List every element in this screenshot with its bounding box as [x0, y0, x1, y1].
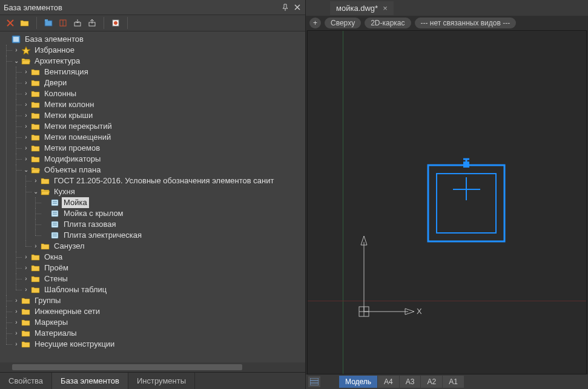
- svg-rect-22: [428, 165, 504, 241]
- pin-icon[interactable]: [281, 3, 289, 11]
- tree-sink[interactable]: Мойка: [41, 197, 305, 208]
- view-top-pill[interactable]: Сверху: [325, 18, 361, 28]
- tree-item[interactable]: Мойка с крылом: [41, 208, 305, 219]
- panel-bottom-tabs: Свойства База элементов Инструменты: [0, 372, 305, 389]
- tree-item[interactable]: ›Метки колонн: [22, 99, 305, 110]
- tool-grid-blue-icon[interactable]: [43, 18, 54, 28]
- scrollbar-thumb[interactable]: [12, 364, 242, 370]
- close-panel-icon[interactable]: [293, 3, 302, 11]
- view-add-button[interactable]: +: [309, 18, 321, 28]
- svg-text:Y: Y: [361, 233, 366, 235]
- svg-rect-29: [310, 378, 319, 385]
- tree-item[interactable]: ›Маркеры: [12, 317, 305, 328]
- svg-rect-5: [45, 21, 52, 26]
- panel-toolbar: [0, 15, 305, 31]
- tab-tools[interactable]: Инструменты: [128, 373, 195, 389]
- canvas-tab-a3[interactable]: А3: [400, 376, 421, 388]
- tree-item[interactable]: ›Шаблоны таблиц: [22, 284, 305, 295]
- document-tab-label: мойка.dwg*: [336, 4, 378, 13]
- tree-selected-label: Мойка: [62, 197, 89, 208]
- tool-folder-icon[interactable]: [19, 18, 30, 28]
- canvas-tab-a2[interactable]: А2: [421, 376, 442, 388]
- tree-kitchen[interactable]: ⌄Кухня: [31, 186, 305, 197]
- tree-item[interactable]: ›Стены: [22, 273, 305, 284]
- tree-item[interactable]: ›Проём: [22, 263, 305, 273]
- tree-item[interactable]: ›Вентиляция: [22, 67, 305, 77]
- canvas-tab-a1[interactable]: А1: [443, 376, 464, 388]
- tool-import-icon[interactable]: [72, 18, 83, 28]
- panel-title: База элементов: [4, 3, 62, 12]
- tree-item[interactable]: ›Группы: [12, 295, 305, 306]
- tree-item[interactable]: Плита электрическая: [41, 230, 305, 241]
- layout-grid-icon[interactable]: [308, 376, 320, 387]
- tree-item[interactable]: ›Инженерные сети: [12, 306, 305, 317]
- canvas-tab-a4[interactable]: А4: [378, 376, 399, 388]
- tree-item[interactable]: ›Двери: [22, 77, 305, 88]
- ucs-icon: Y X: [355, 233, 421, 330]
- tree-item[interactable]: ›Модификаторы: [22, 154, 305, 165]
- tree-plan-objects[interactable]: ⌄Объекты плана: [22, 165, 305, 175]
- document-tab[interactable]: мойка.dwg* ×: [330, 1, 394, 15]
- sink-drawing[interactable]: [426, 157, 510, 247]
- view-linked-pill[interactable]: --- нет связанных видов ---: [415, 18, 517, 28]
- tab-elements-db[interactable]: База элементов: [52, 373, 128, 389]
- view-controls: + Сверху 2D-каркас --- нет связанных вид…: [306, 16, 588, 30]
- tab-properties[interactable]: Свойства: [0, 373, 52, 389]
- tree-item[interactable]: ›ГОСТ 21.205-2016. Условные обозначения …: [31, 175, 305, 186]
- tree-item[interactable]: ›Метки перекрытий: [22, 121, 305, 132]
- elements-panel: База элементов База элемент: [0, 0, 306, 389]
- close-tab-icon[interactable]: ×: [383, 4, 388, 13]
- tree-container[interactable]: База элементов › Избранное ⌄: [0, 31, 305, 362]
- horizontal-scrollbar[interactable]: [0, 362, 305, 372]
- svg-point-12: [114, 21, 117, 25]
- tree-architecture[interactable]: ⌄ Архитектура: [12, 56, 305, 67]
- tree-item[interactable]: ›Метки помещений: [22, 132, 305, 143]
- canvas-tab-model[interactable]: Модель: [339, 376, 377, 388]
- axis-y-line: [343, 31, 343, 374]
- tree-item[interactable]: Плита газовая: [41, 219, 305, 230]
- tool-refresh-icon[interactable]: [110, 18, 121, 28]
- canvas-bottom-tabs: Модель А4 А3 А2 А1: [306, 374, 588, 389]
- tree-root-label: База элементов: [23, 34, 85, 45]
- tree-item[interactable]: ›Материалы: [12, 328, 305, 339]
- view-wireframe-pill[interactable]: 2D-каркас: [365, 18, 411, 28]
- tool-delete-icon[interactable]: [5, 18, 16, 28]
- document-tabs: мойка.dwg* ×: [306, 0, 588, 16]
- svg-rect-28: [463, 162, 469, 168]
- svg-rect-6: [45, 19, 48, 21]
- tree-item[interactable]: ›Несущие конструкции: [12, 339, 305, 350]
- tree-item[interactable]: ›Окна: [22, 252, 305, 263]
- tree-root[interactable]: База элементов: [2, 34, 305, 45]
- expander-open-icon[interactable]: ⌄: [13, 58, 19, 64]
- tree-item[interactable]: ›Метки крыши: [22, 110, 305, 121]
- tool-export-icon[interactable]: [87, 18, 97, 28]
- tool-grid-red-icon[interactable]: [58, 18, 68, 28]
- expander-icon[interactable]: ›: [13, 47, 19, 53]
- svg-text:X: X: [417, 307, 421, 316]
- tree-item[interactable]: ›Колонны: [22, 88, 305, 99]
- canvas-area: мойка.dwg* × + Сверху 2D-каркас --- нет …: [306, 0, 588, 389]
- viewport[interactable]: Y X: [307, 30, 587, 374]
- tree-favorites[interactable]: › Избранное: [12, 45, 305, 56]
- panel-header: База элементов: [0, 0, 305, 15]
- tree-item[interactable]: ›Метки проемов: [22, 143, 305, 154]
- axis-x-line: [308, 301, 586, 301]
- tree-item[interactable]: ›Санузел: [31, 241, 305, 252]
